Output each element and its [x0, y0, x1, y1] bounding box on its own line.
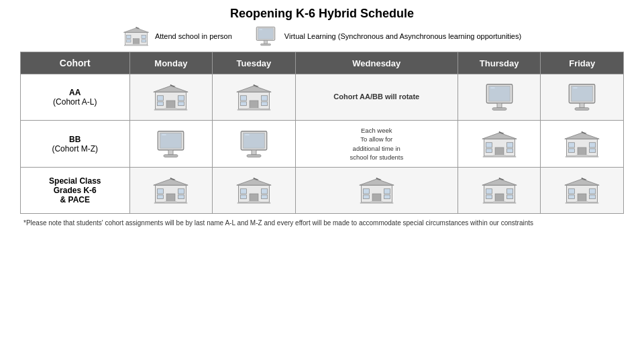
footnote: *Please note that students' cohort assig…	[20, 219, 624, 227]
col-monday: Monday	[129, 52, 213, 74]
table-row-bb: BB(Cohort M-Z) Each weekTo allow foraddi…	[21, 121, 624, 168]
col-friday: Friday	[541, 52, 624, 74]
computer-icon-aa-thu	[481, 83, 518, 111]
school-icon-sp-fri	[564, 176, 600, 204]
legend-row: Attend school in person Virtual Learning…	[123, 26, 521, 46]
cohort-bb: BB(Cohort M-Z)	[21, 121, 130, 168]
bb-monday	[129, 121, 213, 168]
bb-tuesday	[213, 121, 296, 168]
computer-icon-aa-fri	[564, 83, 600, 111]
bb-thursday	[458, 121, 541, 168]
bb-wednesday: Each weekTo allow foradditional time ins…	[295, 121, 458, 168]
col-thursday: Thursday	[458, 52, 541, 74]
school-icon-sp-tue	[235, 176, 272, 204]
school-icon-bb-thu	[481, 130, 518, 158]
legend-computer: Virtual Learning (Synchronous and Asynch…	[252, 26, 521, 46]
school-icon-sp-mon	[152, 176, 189, 204]
cohort-aa: AA(Cohort A-L)	[21, 74, 130, 121]
col-wednesday: Wednesday	[295, 52, 458, 74]
col-tuesday: Tuesday	[213, 52, 296, 74]
table-header-row: Cohort Monday Tuesday Wednesday Thursday…	[21, 52, 624, 74]
aa-tuesday	[213, 74, 296, 121]
computer-icon-bb-tue	[235, 130, 272, 158]
aa-wednesday: Cohort AA/BB will rotate	[295, 74, 458, 121]
computer-legend-icon	[252, 26, 279, 46]
bb-rotate-text: Each weekTo allow foradditional time ins…	[350, 126, 403, 162]
schedule-table: Cohort Monday Tuesday Wednesday Thursday…	[20, 52, 624, 214]
special-friday	[541, 168, 624, 214]
school-legend-label: Attend school in person	[155, 32, 232, 40]
table-row-special: Special ClassGrades K-6& PACE	[21, 168, 624, 214]
special-monday	[129, 168, 213, 214]
school-legend-icon	[123, 26, 150, 46]
school-icon-bb-fri	[564, 130, 600, 158]
cohort-special: Special ClassGrades K-6& PACE	[21, 168, 130, 214]
bb-friday	[541, 121, 624, 168]
aa-friday	[541, 74, 624, 121]
aa-thursday	[458, 74, 541, 121]
school-icon-aa-mon	[152, 83, 189, 111]
legend-school: Attend school in person	[123, 26, 232, 46]
special-wednesday	[295, 168, 458, 214]
table-row-aa: AA(Cohort A-L) Cohort AA/BB will rotate	[21, 74, 624, 121]
special-tuesday	[213, 168, 296, 214]
school-icon-sp-wed	[358, 176, 395, 204]
page-title: Reopening K-6 Hybrid Schedule	[230, 7, 414, 21]
school-icon-aa-tue	[235, 83, 272, 111]
school-icon-sp-thu	[481, 176, 518, 204]
computer-legend-label: Virtual Learning (Synchronous and Asynch…	[284, 32, 521, 40]
col-cohort: Cohort	[21, 52, 130, 74]
computer-icon-bb-mon	[152, 130, 189, 158]
aa-rotate-text: Cohort AA/BB will rotate	[333, 92, 419, 102]
special-thursday	[458, 168, 541, 214]
aa-monday	[129, 74, 213, 121]
